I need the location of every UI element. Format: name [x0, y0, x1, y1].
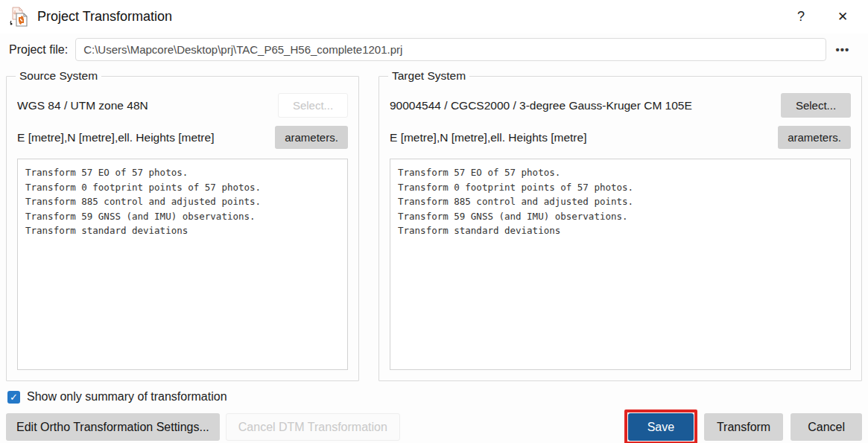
transform-button[interactable]: Transform — [704, 413, 783, 441]
source-crs-row: WGS 84 / UTM zone 48N Select... — [17, 93, 348, 118]
browse-button[interactable]: ••• — [826, 38, 859, 61]
source-units-row: E [metre],N [metre],ell. Heights [metre]… — [17, 126, 348, 149]
target-system-group: Target System 90004544 / CGCS2000 / 3-de… — [378, 76, 862, 381]
close-button[interactable]: ✕ — [822, 0, 864, 34]
title-bar: Project Transformation ? ✕ — [0, 0, 868, 34]
target-summary-textarea[interactable]: Transform 57 EO of 57 photos. Transform … — [390, 159, 851, 370]
show-summary-checkbox[interactable]: ✓ — [7, 391, 20, 404]
source-parameters-button[interactable]: arameters. — [275, 126, 348, 149]
dialog-button-row: Edit Ortho Transformation Settings... Ca… — [0, 408, 868, 443]
project-transformation-dialog: Project Transformation ? ✕ Project file:… — [0, 0, 868, 443]
cancel-button[interactable]: Cancel — [791, 413, 862, 441]
source-summary-textarea[interactable]: Transform 57 EO of 57 photos. Transform … — [17, 159, 348, 370]
edit-ortho-settings-button[interactable]: Edit Ortho Transformation Settings... — [6, 413, 220, 441]
source-system-title: Source System — [16, 69, 101, 83]
show-summary-label: Show only summary of transformation — [27, 390, 227, 404]
window-controls: ? ✕ — [780, 0, 868, 34]
target-system-title: Target System — [388, 69, 469, 83]
save-button[interactable]: Save — [628, 413, 694, 441]
project-file-input[interactable] — [75, 38, 826, 61]
target-units-row: E [metre],N [metre],ell. Heights [metre]… — [390, 126, 851, 149]
project-file-label: Project file: — [9, 43, 68, 57]
target-parameters-button[interactable]: arameters. — [778, 126, 851, 149]
cancel-dtm-transformation-button[interactable]: Cancel DTM Transformation — [226, 413, 400, 441]
target-select-button[interactable]: Select... — [781, 93, 851, 118]
source-system-group: Source System WGS 84 / UTM zone 48N Sele… — [6, 76, 359, 381]
summary-option-row: ✓ Show only summary of transformation — [0, 381, 868, 408]
source-select-button[interactable]: Select... — [278, 93, 348, 118]
save-button-highlight: Save — [624, 409, 697, 443]
source-crs-value: WGS 84 / UTM zone 48N — [17, 99, 148, 112]
systems-container: Source System WGS 84 / UTM zone 48N Sele… — [0, 68, 868, 381]
target-crs-value: 90004544 / CGCS2000 / 3-degree Gauss-Kru… — [390, 99, 692, 112]
help-button[interactable]: ? — [780, 0, 822, 34]
project-transformation-icon — [7, 6, 31, 28]
window-title: Project Transformation — [37, 9, 172, 25]
source-units-value: E [metre],N [metre],ell. Heights [metre] — [17, 131, 214, 144]
target-units-value: E [metre],N [metre],ell. Heights [metre] — [390, 131, 586, 144]
project-file-row: Project file: ••• — [0, 34, 868, 68]
target-crs-row: 90004544 / CGCS2000 / 3-degree Gauss-Kru… — [390, 93, 851, 118]
